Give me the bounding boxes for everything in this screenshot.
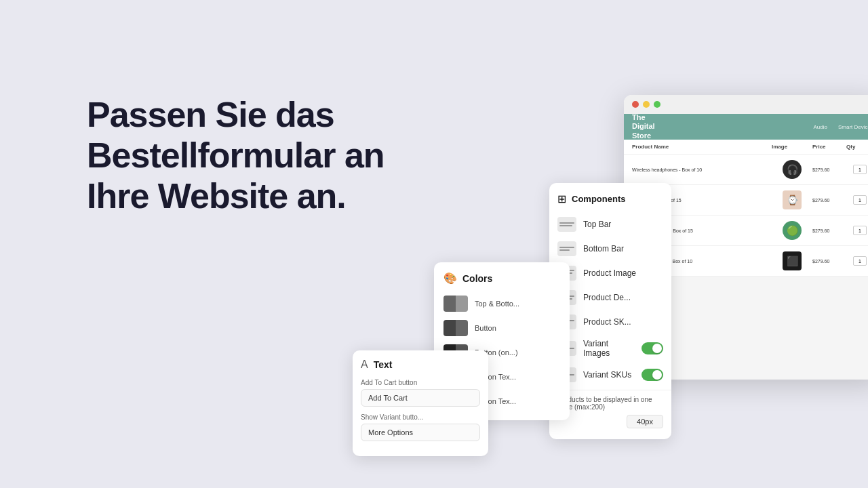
- product-image-cell: ⌚: [772, 190, 812, 209]
- panel-header: ⊞ Components: [549, 188, 671, 212]
- swatch-half-right: [456, 296, 468, 312]
- toggle-knob: [652, 344, 662, 353]
- colors-title: Colors: [462, 273, 492, 284]
- colors-icon: 🎨: [443, 272, 457, 285]
- product-image-cell: ⬛: [772, 251, 812, 270]
- product-image: 🟢: [783, 221, 802, 240]
- text-panel-header: A Text: [361, 359, 480, 371]
- show-variant-label: Show Variant butto...: [361, 413, 480, 421]
- product-image: 🎧: [783, 160, 802, 179]
- swatch-half-right: [456, 320, 468, 336]
- store-header: The Digital Store Audio Smart Devices: [624, 114, 868, 140]
- browser-dot-red: [632, 101, 639, 108]
- bottom-label: Products to be displayed in one page (ma…: [557, 396, 663, 411]
- panel-title: Components: [572, 194, 625, 204]
- variant-images-label: Variant Images: [583, 339, 635, 358]
- qty-cell: 1: [846, 165, 868, 174]
- color-label: Top & Botto...: [475, 300, 519, 308]
- product-desc-label: Product De...: [583, 293, 631, 302]
- toggle-knob: [652, 370, 662, 380]
- product-image-cell: 🟢: [772, 221, 812, 240]
- table-header: Product Name Image Price Qty: [624, 140, 868, 155]
- browser-titlebar: [624, 95, 868, 114]
- color-label: Button: [475, 324, 496, 332]
- text-panel-section-addtocart: Add To Cart button: [361, 379, 480, 407]
- bottombar-icon: [557, 241, 576, 256]
- bottombar-label: Bottom Bar: [583, 244, 624, 253]
- variant-skus-label: Variant SKUs: [583, 370, 631, 380]
- more-options-input[interactable]: [361, 424, 480, 441]
- topbar-icon: [557, 217, 576, 232]
- page-size-input[interactable]: 40px: [627, 415, 663, 428]
- product-image-cell: 🎧: [772, 160, 812, 179]
- panel-item-topbar[interactable]: Top Bar: [549, 212, 671, 237]
- qty-cell: 1: [846, 226, 868, 235]
- color-item-button[interactable]: Button: [434, 316, 570, 340]
- hero-section: Passen Sie das Bestellformular an Ihre W…: [87, 95, 439, 216]
- product-image: ⌚: [783, 190, 802, 209]
- product-image: ⬛: [783, 251, 802, 270]
- components-icon: ⊞: [557, 192, 566, 205]
- swatch-half-left: [443, 296, 456, 312]
- swatch-half-left: [443, 320, 456, 336]
- text-panel: A Text Add To Cart button Show Variant b…: [353, 350, 488, 456]
- browser-dot-green: [654, 101, 660, 108]
- topbar-label: Top Bar: [583, 220, 611, 229]
- color-item-topbottom[interactable]: Top & Botto...: [434, 291, 570, 316]
- product-sku-label: Product SK...: [583, 317, 631, 327]
- bottom-input-row: 40px: [557, 415, 663, 428]
- qty-cell: 1: [846, 256, 868, 266]
- add-to-cart-input[interactable]: [361, 389, 480, 407]
- variant-skus-toggle[interactable]: [642, 369, 663, 381]
- store-nav: Audio Smart Devices: [814, 124, 868, 130]
- color-swatch: [443, 296, 468, 312]
- product-image-label: Product Image: [583, 268, 636, 278]
- panel-item-bottombar[interactable]: Bottom Bar: [549, 237, 671, 261]
- text-panel-title: Text: [374, 359, 393, 370]
- browser-dot-yellow: [643, 101, 650, 108]
- table-row: Wireless headphones - Box of 10 🎧 $279.6…: [624, 155, 868, 185]
- hero-heading: Passen Sie das Bestellformular an Ihre W…: [87, 95, 439, 216]
- color-swatch: [443, 320, 468, 336]
- add-to-cart-label: Add To Cart button: [361, 379, 480, 386]
- qty-cell: 1: [846, 195, 868, 205]
- text-icon: A: [361, 359, 368, 371]
- text-panel-section-variants: Show Variant butto...: [361, 413, 480, 441]
- colors-header: 🎨 Colors: [434, 269, 570, 291]
- store-logo: The Digital Store: [632, 114, 655, 140]
- variant-images-toggle[interactable]: [642, 342, 663, 354]
